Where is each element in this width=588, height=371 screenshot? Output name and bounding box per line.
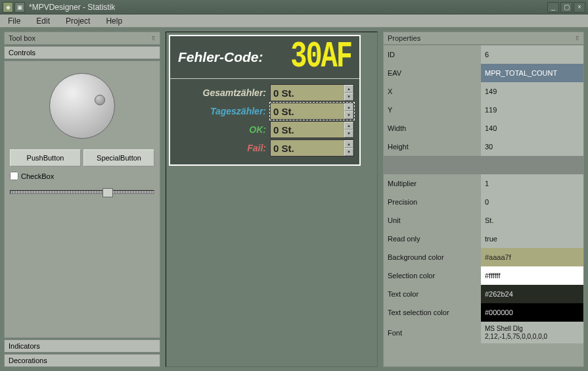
prop-readonly: Read onlytrue: [384, 230, 583, 248]
down-icon[interactable]: ▼: [344, 130, 353, 137]
up-icon[interactable]: ▲: [344, 122, 353, 130]
indicators-section[interactable]: Indicators: [4, 339, 160, 353]
prop-x: X149: [384, 82, 583, 101]
prop-precision: Precision0: [384, 193, 583, 211]
prop-textcolor: Text color#262b24: [384, 285, 583, 303]
properties-header: Properties ⣿: [383, 32, 584, 45]
prop-font: FontMS Shell Dlg 2,12,-1,5,75,0,0,0,0,0: [384, 322, 583, 343]
prop-tselcolor: Text selection color#000000: [384, 303, 583, 322]
menubar: File Edit Project Help: [0, 14, 588, 28]
prop-eav: EAVMPR_TOTAL_COUNT: [384, 64, 583, 82]
prop-id: ID6: [384, 45, 583, 64]
gesamt-spinner[interactable]: 0 St. ▲▼: [270, 84, 354, 101]
prop-multiplier: Multiplier1: [384, 174, 583, 193]
menu-edit[interactable]: Edit: [34, 15, 53, 27]
down-icon[interactable]: ▼: [344, 93, 353, 101]
window-title: *MPVDesigner - Statistik: [29, 3, 547, 12]
down-icon[interactable]: ▼: [344, 111, 353, 119]
prop-y: Y119: [384, 101, 583, 119]
fehler-code-label: Fehler-Code:: [178, 49, 263, 65]
menu-file[interactable]: File: [5, 15, 23, 27]
controls-section[interactable]: Controls: [4, 46, 160, 59]
maximize-button[interactable]: ▢: [560, 2, 572, 12]
prop-bgcolor: Background color#aaaa7f: [384, 248, 583, 266]
down-icon[interactable]: ▼: [344, 148, 353, 156]
prop-unit: UnitSt.: [384, 211, 583, 230]
checkbox-control[interactable]: CheckBox: [10, 172, 154, 180]
dock-grip-icon[interactable]: ⣿: [576, 36, 579, 41]
prop-selcolor: Selection color#ffffff: [384, 266, 583, 285]
ok-spinner[interactable]: 0 St. ▲▼: [270, 121, 354, 138]
tages-spinner[interactable]: 0 St. ▲▼: [270, 103, 354, 120]
slider-control[interactable]: [10, 187, 154, 197]
fail-spinner[interactable]: 0 St. ▲▼: [270, 139, 354, 157]
checkbox-input[interactable]: [10, 172, 18, 180]
properties-table: ID6 EAVMPR_TOTAL_COUNT X149 Y119 Width14…: [384, 45, 583, 344]
ok-label: OK:: [175, 124, 266, 135]
close-button[interactable]: ×: [574, 2, 585, 12]
minimize-button[interactable]: _: [547, 2, 559, 12]
up-icon[interactable]: ▲: [344, 85, 353, 93]
specialbutton-control[interactable]: SpecialButton: [83, 149, 154, 166]
prop-width: Width140: [384, 119, 583, 137]
decorations-section[interactable]: Decorations: [4, 354, 160, 367]
app-icon: ◆: [3, 2, 13, 12]
toolbox-header: Tool box ⣿: [4, 32, 160, 45]
prop-height: Height30: [384, 137, 583, 156]
up-icon[interactable]: ▲: [344, 140, 353, 148]
tages-label: Tageszähler:: [175, 106, 266, 116]
dock-grip-icon[interactable]: ⣿: [152, 36, 156, 41]
fehler-code-value: 30AF: [290, 37, 351, 78]
pushbutton-control[interactable]: PushButton: [10, 149, 81, 166]
slider-thumb[interactable]: [102, 188, 113, 197]
up-icon[interactable]: ▲: [344, 103, 353, 111]
designer-panel[interactable]: Fehler-Code: 30AF Gesamtzähler: 0 St. ▲▼…: [169, 35, 361, 166]
fail-label: Fail:: [175, 143, 266, 153]
titlebar: ◆ ▣ *MPVDesigner - Statistik _ ▢ ×: [0, 0, 588, 14]
window-icon: ▣: [14, 2, 25, 12]
design-canvas[interactable]: Fehler-Code: 30AF Gesamtzähler: 0 St. ▲▼…: [166, 32, 378, 367]
controls-body: PushButton SpecialButton CheckBox: [4, 61, 160, 338]
dial-control[interactable]: [49, 73, 115, 139]
gesamt-label: Gesamtzähler:: [175, 87, 266, 98]
menu-help[interactable]: Help: [103, 15, 125, 27]
menu-project[interactable]: Project: [63, 15, 93, 27]
